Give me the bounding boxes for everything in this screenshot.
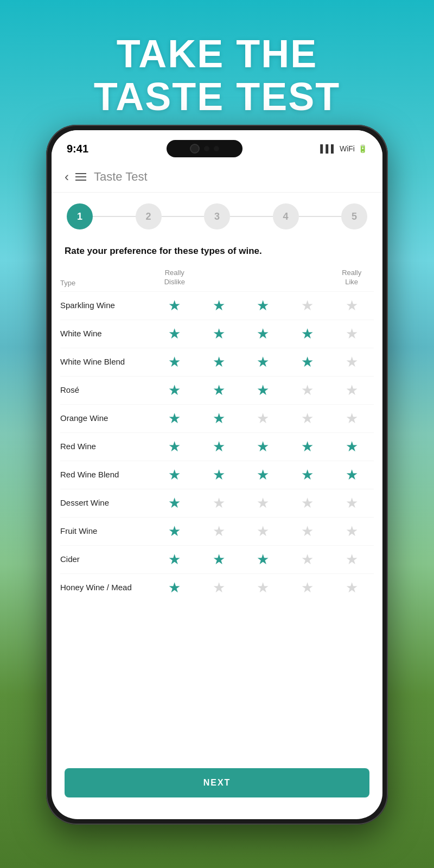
star-cell[interactable]: ★	[241, 523, 285, 540]
rating-table: Type ReallyDislike ReallyLike Sparkling …	[52, 266, 382, 602]
status-time: 9:41	[67, 143, 88, 155]
star-cell[interactable]: ★	[285, 382, 330, 399]
star-empty-icon: ★	[346, 297, 358, 314]
star-cell[interactable]: ★	[241, 382, 285, 399]
star-cell[interactable]: ★	[285, 326, 330, 342]
menu-button[interactable]	[75, 173, 86, 181]
star-filled-icon: ★	[168, 297, 181, 314]
phone-device: 9:41 ▌▌▌ WiFi 🔋 ‹ Taste Test	[46, 125, 388, 825]
star-filled-icon: ★	[257, 438, 269, 455]
table-row: Cider★★★★★	[60, 545, 374, 573]
step-4[interactable]: 4	[273, 203, 299, 229]
col-1-header: ReallyDislike	[152, 269, 197, 287]
star-cell[interactable]: ★	[152, 326, 197, 342]
table-header: Type ReallyDislike ReallyLike	[60, 266, 374, 291]
star-empty-icon: ★	[301, 551, 314, 567]
next-button-container: NEXT	[52, 758, 382, 813]
table-row: Fruit Wine★★★★★	[60, 517, 374, 545]
star-filled-icon: ★	[168, 467, 181, 483]
star-cell[interactable]: ★	[197, 382, 241, 399]
star-cell[interactable]: ★	[241, 495, 285, 512]
star-cell[interactable]: ★	[197, 438, 241, 455]
col-5-header: ReallyLike	[329, 269, 374, 287]
star-filled-icon: ★	[168, 523, 181, 539]
star-cell[interactable]: ★	[329, 382, 374, 399]
table-row: Orange Wine★★★★★	[60, 404, 374, 432]
star-cell[interactable]: ★	[285, 495, 330, 512]
star-cell[interactable]: ★	[285, 467, 330, 483]
star-cell[interactable]: ★	[285, 354, 330, 371]
star-cell[interactable]: ★	[329, 467, 374, 483]
star-cell[interactable]: ★	[152, 354, 197, 371]
star-filled-icon: ★	[257, 467, 269, 483]
star-cell[interactable]: ★	[329, 551, 374, 568]
star-cell[interactable]: ★	[329, 495, 374, 512]
star-cell[interactable]: ★	[197, 523, 241, 540]
step-2[interactable]: 2	[136, 203, 162, 229]
star-filled-icon: ★	[213, 297, 225, 314]
scrollable-content: 1 2 3 4 5 Rate your preference for these…	[52, 193, 382, 758]
star-filled-icon: ★	[168, 354, 181, 370]
star-cell[interactable]: ★	[241, 326, 285, 342]
star-cell[interactable]: ★	[329, 438, 374, 455]
star-cell[interactable]: ★	[329, 579, 374, 596]
star-filled-icon: ★	[257, 382, 269, 398]
star-cell[interactable]: ★	[329, 297, 374, 314]
step-3[interactable]: 3	[204, 203, 230, 229]
star-cell[interactable]: ★	[329, 523, 374, 540]
step-1[interactable]: 1	[67, 203, 93, 229]
star-filled-icon: ★	[213, 467, 225, 483]
step-5[interactable]: 5	[341, 203, 367, 229]
star-cell[interactable]: ★	[285, 523, 330, 540]
star-cell[interactable]: ★	[329, 354, 374, 371]
star-cell[interactable]: ★	[329, 410, 374, 427]
star-cell[interactable]: ★	[197, 579, 241, 596]
star-filled-icon: ★	[301, 326, 314, 342]
star-cell[interactable]: ★	[152, 297, 197, 314]
star-cell[interactable]: ★	[285, 410, 330, 427]
star-filled-icon: ★	[168, 382, 181, 398]
star-empty-icon: ★	[346, 551, 358, 567]
star-cell[interactable]: ★	[241, 551, 285, 568]
star-cell[interactable]: ★	[197, 326, 241, 342]
star-empty-icon: ★	[301, 297, 314, 314]
table-row: Dessert Wine★★★★★	[60, 489, 374, 517]
star-cell[interactable]: ★	[241, 467, 285, 483]
star-cell[interactable]: ★	[197, 410, 241, 427]
star-cell[interactable]: ★	[285, 438, 330, 455]
next-button[interactable]: NEXT	[65, 768, 369, 797]
star-cell[interactable]: ★	[152, 467, 197, 483]
star-cell[interactable]: ★	[152, 410, 197, 427]
star-cell[interactable]: ★	[152, 551, 197, 568]
back-button[interactable]: ‹	[65, 169, 69, 184]
star-cell[interactable]: ★	[241, 579, 285, 596]
star-cell[interactable]: ★	[241, 297, 285, 314]
star-cell[interactable]: ★	[197, 297, 241, 314]
star-cell[interactable]: ★	[152, 438, 197, 455]
star-cell[interactable]: ★	[241, 354, 285, 371]
step-connector-3	[230, 216, 273, 217]
star-cell[interactable]: ★	[152, 495, 197, 512]
star-cell[interactable]: ★	[197, 354, 241, 371]
star-cell[interactable]: ★	[152, 523, 197, 540]
wine-name: Fruit Wine	[60, 526, 152, 537]
star-cell[interactable]: ★	[329, 326, 374, 342]
star-empty-icon: ★	[213, 495, 225, 511]
star-empty-icon: ★	[346, 354, 358, 370]
star-filled-icon: ★	[213, 438, 225, 455]
star-cell[interactable]: ★	[285, 579, 330, 596]
star-cell[interactable]: ★	[197, 495, 241, 512]
star-cell[interactable]: ★	[285, 297, 330, 314]
star-cell[interactable]: ★	[241, 438, 285, 455]
star-cell[interactable]: ★	[241, 410, 285, 427]
table-row: White Wine Blend★★★★★	[60, 348, 374, 376]
star-empty-icon: ★	[257, 410, 269, 426]
star-cell[interactable]: ★	[152, 579, 197, 596]
star-cell[interactable]: ★	[285, 551, 330, 568]
star-cell[interactable]: ★	[197, 551, 241, 568]
star-cell[interactable]: ★	[197, 467, 241, 483]
signal-icon: ▌▌▌	[320, 144, 336, 153]
star-cell[interactable]: ★	[152, 382, 197, 399]
star-empty-icon: ★	[301, 382, 314, 398]
table-row: White Wine★★★★★	[60, 320, 374, 348]
